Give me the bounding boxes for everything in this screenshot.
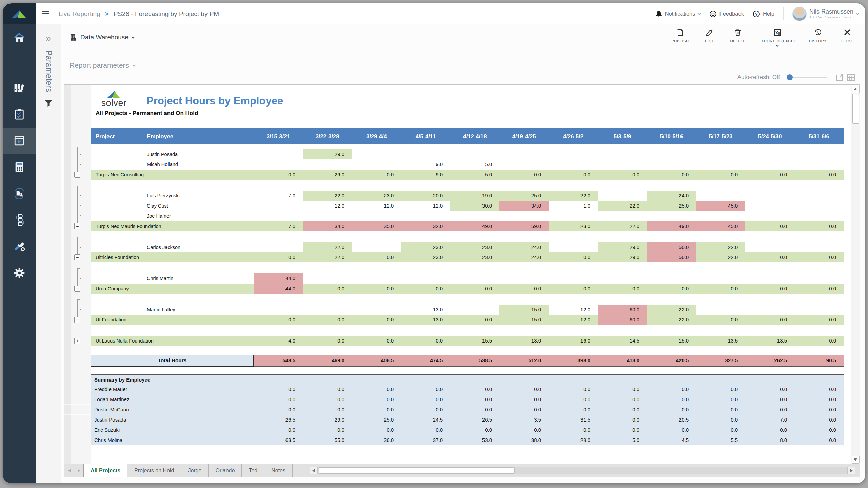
hours-cell (794, 201, 844, 211)
group-bracket (64, 273, 91, 284)
grid-view-icon[interactable] (847, 74, 855, 81)
feedback-button[interactable]: Feedback (709, 10, 744, 18)
notifications-button[interactable]: Notifications (655, 10, 701, 18)
sidebar-spacer (3, 51, 36, 75)
tab-scroll-left-button[interactable] (64, 464, 74, 477)
sheet-tab-jorge[interactable]: Jorge (181, 464, 209, 477)
hours-cell (254, 211, 303, 221)
summary-hours-cell: 0.0 (450, 394, 499, 405)
sidebar-item-assignments-sync[interactable] (3, 180, 36, 207)
help-button[interactable]: ? Help (753, 10, 774, 18)
slider-knob[interactable] (787, 74, 793, 80)
group-collapse-toggle[interactable]: − (74, 286, 80, 292)
sidebar-item-archives[interactable] (3, 75, 36, 101)
auto-refresh-slider[interactable] (787, 77, 827, 78)
history-button[interactable]: HISTORY (809, 28, 827, 43)
scroll-right-button[interactable] (847, 467, 855, 474)
sheet-tab-all-projects[interactable]: All Projects (83, 464, 127, 477)
binders-icon (14, 83, 25, 93)
hours-cell: 34.0 (303, 221, 352, 231)
scroll-down-button[interactable] (852, 456, 860, 464)
hours-cell: 23.0 (352, 191, 401, 201)
scroll-left-button[interactable] (310, 467, 318, 474)
hours-cell: 23.0 (450, 242, 499, 252)
delete-button[interactable]: DELETE (730, 28, 746, 43)
menu-icon[interactable] (42, 11, 49, 17)
hours-cell (696, 159, 745, 170)
grand-total-cell: 538.5 (450, 355, 499, 367)
close-button[interactable]: CLOSE (840, 28, 855, 43)
sidebar-item-live-reporting[interactable] (3, 128, 36, 154)
gutter (64, 394, 91, 405)
group-collapse-toggle[interactable]: − (74, 172, 80, 178)
vertical-scroll-thumb[interactable] (852, 94, 859, 124)
spacer-row (64, 367, 844, 374)
hours-cell: 0.0 (696, 315, 745, 325)
horizontal-scroll-track[interactable] (318, 467, 847, 474)
sheet-tab-ted[interactable]: Ted (242, 464, 264, 477)
horizontal-scrollbar[interactable] (310, 467, 855, 474)
hours-cell: 60.0 (598, 305, 647, 315)
sidebar-item-home[interactable] (3, 24, 36, 51)
parameters-panel-title[interactable]: Parameters (44, 50, 53, 92)
sidebar-item-process-flow[interactable] (3, 207, 36, 233)
sheet-tab-projects-on-hold[interactable]: Projects on Hold (127, 464, 181, 477)
header-gutter (64, 128, 91, 144)
group-bracket-top (64, 231, 91, 242)
hours-cell (352, 305, 401, 315)
hours-cell: 15.5 (450, 336, 499, 346)
group-bracket (64, 242, 91, 252)
vertical-scrollbar[interactable] (851, 85, 860, 464)
hours-cell: 0.0 (549, 170, 598, 180)
open-in-window-icon[interactable] (836, 74, 844, 81)
tab-scroll-right-button[interactable] (74, 464, 83, 477)
publish-button[interactable]: PUBLISH (671, 28, 689, 43)
grand-total-cell: 90.5 (794, 355, 844, 367)
scroll-up-button[interactable] (852, 85, 860, 93)
group-collapse-toggle[interactable]: − (74, 317, 80, 323)
hours-cell (450, 305, 499, 315)
summary-hours-cell: 63.5 (254, 435, 303, 445)
export-to-excel-button[interactable]: X EXPORT TO EXCEL (758, 28, 796, 47)
sheet-tabs: All ProjectsProjects on HoldJorgeOrlando… (83, 464, 293, 477)
grand-total-cell: 474.5 (401, 355, 450, 367)
hours-cell: 0.0 (745, 252, 794, 262)
publish-label: PUBLISH (671, 39, 689, 43)
hours-cell: 7.0 (254, 191, 303, 201)
app-logo[interactable] (3, 3, 36, 24)
summary-hours-cell: 0.0 (598, 405, 647, 415)
tab-area-resize-grip[interactable] (301, 464, 307, 477)
data-source-selector[interactable]: Data Warehouse (70, 33, 134, 41)
hours-cell: 20.0 (401, 191, 450, 201)
sheet-tab-notes[interactable]: Notes (264, 464, 293, 477)
hours-cell: 0.0 (794, 170, 844, 180)
bracket-dot (80, 278, 81, 279)
report-parameters-toggle[interactable]: Report parameters (61, 51, 865, 70)
hours-cell: 0.0 (352, 315, 401, 325)
hours-cell: 0.0 (401, 284, 450, 294)
hours-cell: 24.0 (499, 242, 549, 252)
expand-panel-icon[interactable]: » (46, 34, 51, 43)
group-collapse-toggle[interactable]: − (74, 254, 80, 260)
project-name: Ut Lacus Nulla Foundation (96, 336, 154, 346)
project-total-row: +Ut Lacus Nulla Foundation4.00.00.00.015… (64, 336, 844, 346)
hours-cell: 12.0 (549, 315, 598, 325)
group-spacer-row (64, 231, 844, 242)
breadcrumb-current-page: PS26 - Forecasting by Project by PM (114, 10, 219, 18)
sidebar-item-budgeting[interactable] (3, 154, 36, 180)
filter-icon[interactable] (44, 100, 53, 107)
sidebar-item-assignments[interactable] (3, 101, 36, 128)
hours-cell (303, 273, 352, 284)
document-user-sync-icon (13, 188, 25, 199)
sidebar-item-administration-tools[interactable] (3, 233, 36, 260)
group-collapse-toggle[interactable]: − (74, 223, 80, 229)
horizontal-scroll-thumb[interactable] (319, 467, 515, 474)
sheet-tab-orlando[interactable]: Orlando (209, 464, 242, 477)
group-expand-toggle[interactable]: + (74, 338, 80, 344)
chevron-down-icon (856, 12, 859, 15)
user-menu[interactable]: Nils Rasmussen 13. Pro Services Demo (792, 7, 859, 21)
excel-icon: X (773, 28, 782, 37)
breadcrumb-live-reporting[interactable]: Live Reporting (59, 10, 100, 18)
edit-button[interactable]: EDIT (702, 28, 717, 43)
sidebar-item-settings[interactable] (3, 260, 36, 286)
